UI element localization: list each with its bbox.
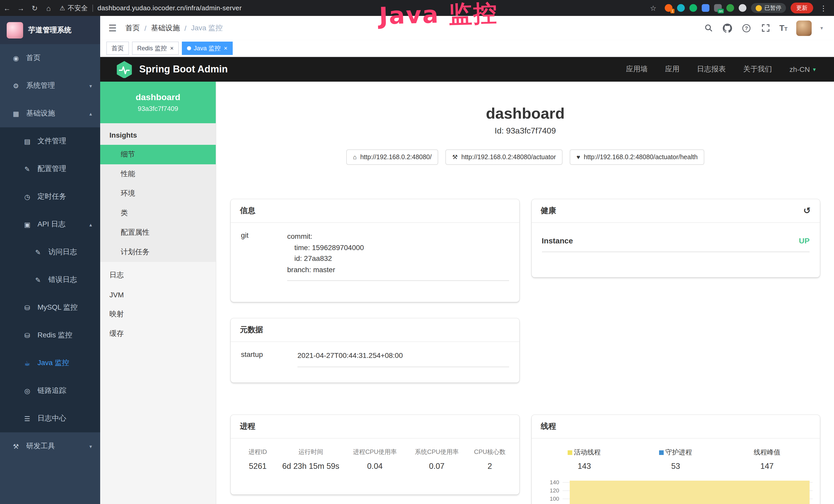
nav-item-logs[interactable]: 日志 <box>100 266 216 285</box>
extension-icon[interactable] <box>726 4 734 12</box>
fullscreen-icon[interactable] <box>760 23 771 33</box>
close-icon[interactable]: × <box>170 45 174 51</box>
sidebar-logo[interactable]: 芋道管理系统 <box>0 16 100 44</box>
file-icon: ▤ <box>22 137 33 145</box>
tag-label: Java 监控 <box>194 44 221 53</box>
tag-home[interactable]: 首页 <box>106 42 129 55</box>
sidebar-item-home[interactable]: ◉ 首页 <box>0 44 100 72</box>
nav-item-environment[interactable]: 环境 <box>100 184 216 203</box>
profile-paused-badge[interactable]: 已暂停 <box>751 3 786 13</box>
github-icon[interactable] <box>722 23 732 33</box>
chevron-up-icon: ▴ <box>89 222 92 227</box>
close-icon[interactable]: × <box>224 45 227 51</box>
extension-icon[interactable]: 1 <box>665 4 673 12</box>
sidebar-item-system-mgmt[interactable]: ⚙ 系统管理 ▾ <box>0 72 100 100</box>
health-instance-row[interactable]: Instance UP <box>542 236 810 252</box>
sidebar-item-label: 错误日志 <box>48 275 77 284</box>
address-bar[interactable]: dashboard.yudao.iocoder.cn/infra/admin-s… <box>97 4 242 12</box>
gear-icon: ⚙ <box>10 82 22 90</box>
extension-icon[interactable] <box>702 4 709 12</box>
hamburger-icon[interactable]: ☰ <box>108 22 117 33</box>
back-icon[interactable]: ← <box>0 4 14 12</box>
nav-item-label: 映射 <box>109 310 124 319</box>
sidebar-item-infrastructure[interactable]: ▦ 基础设施 ▴ <box>0 100 100 127</box>
live-threads-marker <box>568 450 572 455</box>
sidebar-item-mysql-monitor[interactable]: ⛁ MySQL 监控 <box>0 294 100 321</box>
help-icon[interactable]: ? <box>741 23 751 33</box>
legend-label: 活动线程 <box>574 448 601 457</box>
tag-java-monitor[interactable]: Java 监控 × <box>182 42 233 55</box>
database-icon: ⛁ <box>22 304 33 312</box>
extension-icon[interactable]: on <box>714 4 722 12</box>
instance-label: Instance <box>542 236 573 245</box>
breadcrumb-home[interactable]: 首页 <box>125 23 140 32</box>
sidebar-item-file-mgmt[interactable]: ▤ 文件管理 <box>0 127 100 155</box>
sba-logo-icon[interactable] <box>115 61 133 78</box>
user-menu-caret-icon[interactable]: ▾ <box>820 25 823 31</box>
sidebar-item-log-center[interactable]: ☰ 日志中心 <box>0 405 100 432</box>
health-url-button[interactable]: ♥ http://192.168.0.2:48080/actuator/heal… <box>570 150 704 165</box>
sidebar-item-config-mgmt[interactable]: ✎ 配置管理 <box>0 155 100 183</box>
nav-item-mappings[interactable]: 映射 <box>100 304 216 324</box>
breadcrumb-infrastructure[interactable]: 基础设施 <box>151 23 180 32</box>
sba-link-applications[interactable]: 应用 <box>665 65 680 74</box>
tag-redis-monitor[interactable]: Redis 监控 × <box>132 42 179 55</box>
bookmark-star-icon[interactable]: ☆ <box>646 4 660 12</box>
health-card-title: 健康 <box>541 206 556 216</box>
sidebar-item-api-logs[interactable]: ▣ API 日志 ▴ <box>0 210 100 238</box>
user-avatar[interactable] <box>796 20 812 36</box>
home-icon[interactable]: ⌂ <box>42 4 56 12</box>
font-size-icon[interactable]: TT <box>779 23 788 32</box>
nav-item-scheduled-tasks[interactable]: 计划任务 <box>100 243 216 262</box>
nav-item-details[interactable]: 细节 <box>100 145 216 164</box>
y-tick: 120 <box>539 487 562 494</box>
nav-item-label: JVM <box>109 291 124 299</box>
column-header: CPU核心数 <box>468 448 512 457</box>
sidebar-item-label: API 日志 <box>38 220 66 229</box>
sidebar-item-java-monitor[interactable]: ☕ Java 监控 <box>0 349 100 377</box>
extension-icon[interactable] <box>739 4 746 12</box>
sidebar-item-scheduled-jobs[interactable]: ◷ 定时任务 <box>0 183 100 210</box>
nav-item-caches[interactable]: 缓存 <box>100 324 216 344</box>
actuator-url-button[interactable]: ⚒ http://192.168.0.2:48080/actuator <box>445 150 563 165</box>
log-icon: ▣ <box>22 221 33 228</box>
browser-menu-icon[interactable]: ⋮ <box>818 4 829 12</box>
column-header: 系统CPU使用率 <box>406 448 468 457</box>
infrastructure-icon: ▦ <box>10 110 22 117</box>
nav-item-jvm[interactable]: JVM <box>100 285 216 304</box>
extension-icon[interactable] <box>689 4 697 12</box>
sidebar-item-error-logs[interactable]: ✎ 错误日志 <box>0 266 100 294</box>
chevron-down-icon: ▾ <box>89 443 92 449</box>
live-threads-value: 143 <box>578 462 591 471</box>
git-commit-label: commit: <box>287 231 509 242</box>
sidebar-item-redis-monitor[interactable]: ⛁ Redis 监控 <box>0 321 100 349</box>
sba-link-wallboard[interactable]: 应用墙 <box>626 65 648 74</box>
process-table: 进程ID 5261 运行时间 6d 23h 15m 59s 进程CPU使用率 0… <box>231 438 519 471</box>
peak-threads-value: 147 <box>760 462 774 471</box>
sidebar-item-label: 配置管理 <box>38 164 66 174</box>
sba-title[interactable]: Spring Boot Admin <box>139 64 228 75</box>
process-id-value: 5261 <box>238 462 278 471</box>
security-chip[interactable]: ⚠ 不安全 <box>60 3 88 13</box>
locale-selector[interactable]: zh-CN ▾ <box>790 65 816 73</box>
chrome-update-button[interactable]: 更新 <box>791 3 813 13</box>
chevron-up-icon: ▴ <box>89 111 92 116</box>
search-icon[interactable] <box>703 23 714 33</box>
chevron-down-icon: ▾ <box>813 66 816 73</box>
service-url-button[interactable]: ⌂ http://192.168.0.2:48080/ <box>346 150 438 165</box>
sidebar-item-dev-tools[interactable]: ⚒ 研发工具 ▾ <box>0 432 100 460</box>
nav-item-config-props[interactable]: 配置属性 <box>100 223 216 243</box>
sba-link-about[interactable]: 关于我们 <box>743 65 772 74</box>
nav-item-performance[interactable]: 性能 <box>100 164 216 184</box>
instance-header[interactable]: dashboard 93a3fc7f7409 <box>100 82 216 123</box>
nav-item-classes[interactable]: 类 <box>100 203 216 223</box>
sidebar-item-access-logs[interactable]: ✎ 访问日志 <box>0 238 100 266</box>
sba-link-journal[interactable]: 日志报表 <box>697 65 726 74</box>
forward-icon[interactable]: → <box>14 4 28 12</box>
history-icon[interactable]: ↺ <box>804 205 811 216</box>
sidebar-item-tracing[interactable]: ◎ 链路追踪 <box>0 377 100 405</box>
extension-icon[interactable] <box>677 4 685 12</box>
reload-icon[interactable]: ↻ <box>28 4 42 12</box>
url-divider <box>92 4 93 12</box>
wrench-icon: ⚒ <box>452 154 458 161</box>
